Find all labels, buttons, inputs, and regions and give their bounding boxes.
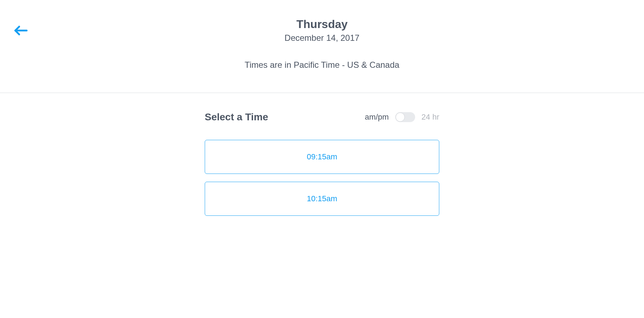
date: December 14, 2017 [0,33,644,43]
timezone-text: Times are in Pacific Time - US & Canada [0,60,644,70]
back-button[interactable] [13,25,28,38]
time-slot[interactable]: 10:15am [205,182,439,216]
toggle-label-24hr[interactable]: 24 hr [422,113,439,122]
select-row: Select a Time am/pm 24 hr [205,111,439,123]
content: Select a Time am/pm 24 hr 09:15am 10:15a… [205,93,439,216]
time-slot[interactable]: 09:15am [205,140,439,174]
arrow-left-icon [14,25,28,38]
time-format-toggle-group: am/pm 24 hr [365,112,439,122]
toggle-label-ampm[interactable]: am/pm [365,113,389,122]
toggle-knob [396,113,405,122]
time-format-toggle[interactable] [395,112,415,122]
day-name: Thursday [0,18,644,31]
header: Thursday December 14, 2017 [0,0,644,43]
select-time-title: Select a Time [205,111,268,123]
